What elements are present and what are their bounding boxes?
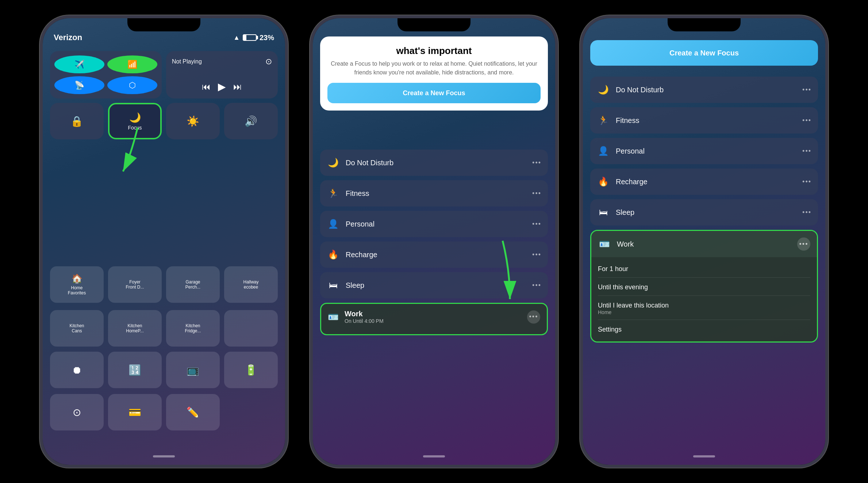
hotspot-btn[interactable]: 📶: [107, 55, 157, 73]
focus-header-title: what's important: [327, 45, 541, 57]
work-subtitle: On Until 4:00 PM: [345, 318, 521, 324]
media-controls[interactable]: ⏮ ▶ ⏭: [172, 81, 272, 93]
work-options: For 1 hour Until this evening Until I le…: [591, 257, 817, 341]
p3-sleep-dots[interactable]: •••: [802, 209, 811, 216]
work-item-expanded[interactable]: 🪪 Work On Until 4:00 PM •••: [320, 303, 548, 335]
media-player-tile[interactable]: Not Playing ⊙ ⏮ ▶ ⏭: [166, 51, 278, 98]
settings-label: Settings: [598, 326, 622, 333]
fitness-item[interactable]: 🏃 Fitness •••: [320, 180, 548, 206]
do-not-disturb-label: Do Not Disturb: [346, 159, 526, 167]
create-focus-button[interactable]: Create a New Focus: [327, 83, 541, 103]
work-header[interactable]: 🪪 Work •••: [591, 231, 817, 257]
phone2-focus-list: 🌙 Do Not Disturb ••• 🏃 Fitness ••• 👤 Per…: [320, 150, 548, 335]
p3-do-not-disturb-item[interactable]: 🌙 Do Not Disturb •••: [590, 77, 818, 103]
home-favorites-label: HomeFavorites: [68, 285, 86, 295]
extra-tile[interactable]: [224, 310, 278, 347]
work-dots[interactable]: •••: [527, 310, 540, 324]
p3-fitness-dots[interactable]: •••: [802, 117, 811, 124]
focus-tile[interactable]: 🌙 Focus: [108, 103, 162, 139]
calc-tile[interactable]: 🔢: [108, 352, 162, 388]
work-section[interactable]: 🪪 Work ••• For 1 hour Until this evening…: [590, 230, 818, 343]
bluetooth-btn[interactable]: ⬡: [107, 76, 157, 94]
phone2-scrollbar: [423, 455, 445, 457]
brightness-tile[interactable]: ☀️: [166, 103, 220, 139]
very-bottom-tiles: ⊙ 💳 ✏️: [50, 394, 278, 430]
focus-header-desc: Create a Focus to help you work or to re…: [327, 59, 541, 77]
accessory-tiles: KitchenCans KitchenHomeP... KitchenFridg…: [50, 310, 278, 347]
media-top: Not Playing ⊙: [172, 57, 272, 66]
p3-personal-dots[interactable]: •••: [802, 147, 811, 155]
edit-tile[interactable]: ✏️: [166, 394, 220, 430]
settings-option[interactable]: Settings: [598, 321, 810, 338]
garage-label: GaragePerch...: [185, 279, 200, 290]
p3-fitness-item[interactable]: 🏃 Fitness •••: [590, 107, 818, 134]
prev-icon[interactable]: ⏮: [202, 82, 211, 92]
p3-personal-icon: 👤: [597, 146, 610, 156]
p3-recharge-item[interactable]: 🔥 Recharge •••: [590, 169, 818, 195]
p3-recharge-icon: 🔥: [597, 177, 610, 187]
remote-tile[interactable]: 📺: [166, 352, 220, 388]
next-icon[interactable]: ⏭: [233, 82, 242, 92]
phone-2: what's important Create a Focus to help …: [310, 15, 558, 468]
sleep-item[interactable]: 🛏 Sleep •••: [320, 272, 548, 298]
p3-do-not-disturb-dots[interactable]: •••: [802, 86, 811, 94]
phone-1: Verizon ▲ 23% ✈️ 📶 📡 ⬡ Not Playing ⊙ ⏮ ▶…: [40, 15, 288, 468]
focus-label: Focus: [128, 125, 142, 131]
battery-pct: 23%: [260, 34, 274, 42]
battery-tile[interactable]: 🔋: [224, 352, 278, 388]
kitchen-cans-tile[interactable]: KitchenCans: [50, 310, 104, 347]
personal-item[interactable]: 👤 Personal •••: [320, 211, 548, 237]
do-not-disturb-dots[interactable]: •••: [532, 159, 541, 167]
hallway-label: Hallwayecobee: [243, 279, 258, 290]
phone3-notch: [668, 18, 741, 31]
airplay-icon: ⊙: [265, 57, 272, 66]
personal-dots[interactable]: •••: [532, 220, 541, 228]
dark-mode-tile[interactable]: ⊙: [50, 394, 104, 430]
volume-tile[interactable]: 🔊: [224, 103, 278, 139]
p3-sleep-item[interactable]: 🛏 Sleep •••: [590, 199, 818, 225]
recharge-dots[interactable]: •••: [532, 251, 541, 259]
carrier-label: Verizon: [54, 33, 82, 42]
until-this-evening-label: Until this evening: [598, 283, 648, 291]
p3-work-icon: 🪪: [598, 239, 611, 249]
play-icon[interactable]: ▶: [218, 81, 226, 93]
for-1-hour-option[interactable]: For 1 hour: [598, 261, 810, 278]
record-tile[interactable]: ⏺: [50, 352, 104, 388]
create-new-focus-button[interactable]: Create a New Focus: [590, 40, 818, 66]
kitchen-cans-label: KitchenCans: [69, 323, 84, 333]
cc-second-row: 🔒 🌙 Focus ☀️ 🔊: [50, 103, 278, 139]
until-this-evening-option[interactable]: Until this evening: [598, 279, 810, 296]
p3-recharge-dots[interactable]: •••: [802, 178, 811, 186]
p3-recharge-label: Recharge: [616, 178, 796, 186]
bottom-tiles: ⏺ 🔢 📺 🔋: [50, 352, 278, 388]
foyer-tile[interactable]: FoyerFront D...: [108, 266, 162, 303]
wifi-btn[interactable]: 📡: [54, 76, 104, 94]
p3-personal-item[interactable]: 👤 Personal •••: [590, 138, 818, 164]
phone1-status-bar: Verizon ▲ 23%: [54, 33, 274, 42]
airplane-btn[interactable]: ✈️: [54, 55, 104, 73]
do-not-disturb-item[interactable]: 🌙 Do Not Disturb •••: [320, 150, 548, 176]
hallway-tile[interactable]: Hallwayecobee: [224, 266, 278, 303]
status-right: ▲ 23%: [233, 34, 274, 42]
sleep-dots[interactable]: •••: [532, 282, 541, 289]
until-leave-location-option[interactable]: Until I leave this location Home: [598, 297, 810, 320]
p3-fitness-icon: 🏃: [597, 115, 610, 125]
fitness-icon: 🏃: [327, 188, 340, 198]
work-info: Work On Until 4:00 PM: [345, 310, 521, 324]
home-favorites-tile[interactable]: 🏠 HomeFavorites: [50, 266, 104, 303]
fitness-dots[interactable]: •••: [532, 190, 541, 197]
foyer-label: FoyerFront D...: [126, 279, 144, 290]
connectivity-block[interactable]: ✈️ 📶 📡 ⬡: [50, 51, 162, 98]
garage-tile[interactable]: GaragePerch...: [166, 266, 220, 303]
phone1-notch: [127, 18, 200, 31]
rotation-lock-tile[interactable]: 🔒: [50, 103, 104, 139]
not-playing-label: Not Playing: [172, 58, 202, 65]
kitchen-home-tile[interactable]: KitchenHomeP...: [108, 310, 162, 347]
location-sub-label: Home: [598, 309, 810, 315]
kitchen-fridge-tile[interactable]: KitchenFridge...: [166, 310, 220, 347]
p3-work-dots[interactable]: •••: [797, 237, 810, 251]
recharge-item[interactable]: 🔥 Recharge •••: [320, 242, 548, 268]
work-expanded-header: 🪪 Work On Until 4:00 PM •••: [328, 310, 540, 324]
wallet-tile[interactable]: 💳: [108, 394, 162, 430]
location-icon: ▲: [233, 34, 240, 42]
